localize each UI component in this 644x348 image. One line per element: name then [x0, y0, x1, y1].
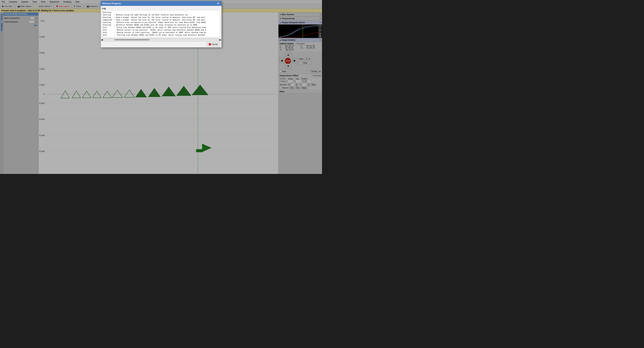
cancel-icon [209, 43, 211, 45]
modal-footer: Cancel [101, 41, 222, 47]
scroll-left-arrow[interactable]: ◀ [101, 39, 103, 41]
modal-title-bar: Refocus Progress ✕ [101, 1, 222, 6]
modal-body: Log Starting : Starting : Refocus using … [101, 6, 222, 38]
refocus-progress-modal: Refocus Progress ✕ Log Starting : Starti… [100, 1, 222, 47]
log-label: Log [102, 7, 220, 9]
scrollbar-track[interactable] [103, 39, 220, 40]
cancel-button[interactable]: Cancel [207, 42, 220, 46]
modal-title: Refocus Progress [102, 2, 216, 5]
modal-horizontal-scrollbar[interactable]: ◀ ▶ [101, 38, 222, 41]
modal-overlay: Refocus Progress ✕ Log Starting : Starti… [0, 0, 322, 174]
modal-close-button[interactable]: ✕ [216, 2, 220, 5]
scrollbar-thumb[interactable] [114, 39, 150, 40]
scroll-right-arrow[interactable]: ▶ [220, 39, 221, 41]
log-content[interactable]: Starting : Starting : Refocus using the … [102, 10, 220, 37]
